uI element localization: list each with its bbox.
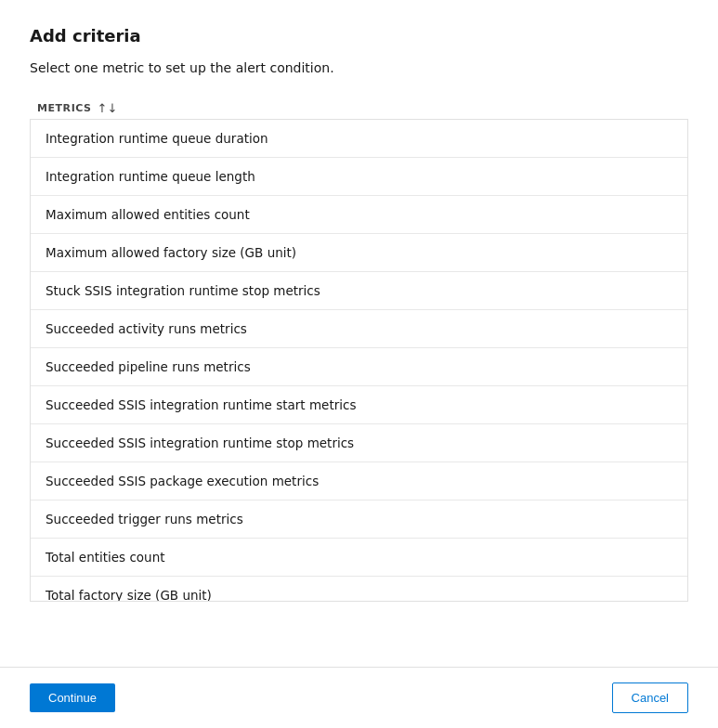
sort-icon[interactable]: ↑↓ <box>98 101 118 115</box>
continue-button[interactable]: Continue <box>30 683 115 712</box>
metric-item[interactable]: Succeeded SSIS integration runtime stop … <box>31 424 687 462</box>
dialog-footer: Continue Cancel <box>0 667 718 728</box>
metric-item[interactable]: Succeeded activity runs metrics <box>31 310 687 348</box>
metric-item[interactable]: Succeeded trigger runs metrics <box>31 500 687 539</box>
metric-item[interactable]: Succeeded pipeline runs metrics <box>31 348 687 386</box>
metric-item[interactable]: Total entities count <box>31 539 687 577</box>
metrics-label: METRICS <box>37 102 92 114</box>
metric-item[interactable]: Succeeded SSIS package execution metrics <box>31 462 687 500</box>
dialog-subtitle: Select one metric to set up the alert co… <box>30 60 688 75</box>
cancel-button[interactable]: Cancel <box>612 682 688 713</box>
metric-item[interactable]: Succeeded SSIS integration runtime start… <box>31 386 687 424</box>
metric-item[interactable]: Maximum allowed factory size (GB unit) <box>31 234 687 272</box>
metric-item[interactable]: Integration runtime queue duration <box>31 120 687 158</box>
dialog-title: Add criteria <box>30 26 688 46</box>
metric-item[interactable]: Maximum allowed entities count <box>31 196 687 234</box>
metrics-section: METRICS ↑↓ Integration runtime queue dur… <box>30 101 688 602</box>
metric-item[interactable]: Total factory size (GB unit) <box>31 577 687 602</box>
metric-item[interactable]: Stuck SSIS integration runtime stop metr… <box>31 272 687 310</box>
metrics-list[interactable]: Integration runtime queue durationIntegr… <box>30 119 688 602</box>
metric-item[interactable]: Integration runtime queue length <box>31 158 687 196</box>
dialog-body: Add criteria Select one metric to set up… <box>0 0 718 667</box>
add-criteria-dialog: Add criteria Select one metric to set up… <box>0 0 718 728</box>
metrics-header: METRICS ↑↓ <box>30 101 688 115</box>
